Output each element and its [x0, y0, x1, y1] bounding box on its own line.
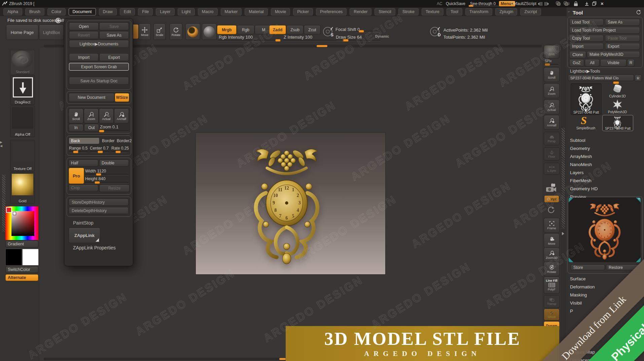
strip-polyframe-button[interactable]: Line Fill PolyF — [544, 276, 560, 294]
doc-import-button[interactable]: Import — [69, 53, 99, 61]
canvas-bottom-scrollbar-handle[interactable] — [279, 358, 286, 360]
tool-section-deformation[interactable]: Deformation — [570, 284, 595, 289]
strip-move-button[interactable]: Move — [544, 233, 560, 248]
doc-aahalf-button[interactable]: AAHalf — [114, 109, 129, 123]
strip-aahalf-button[interactable]: AAHalf — [544, 115, 560, 130]
menu-file[interactable]: File — [138, 8, 153, 15]
preview-store-button[interactable]: Store — [571, 265, 605, 270]
doc-resize-button[interactable]: Resize — [99, 185, 130, 192]
doc-store-depth-button[interactable]: StoreDepthHistory — [69, 199, 129, 206]
bpr-render-button[interactable]: BPR — [544, 45, 560, 58]
goz-r-button[interactable]: R — [627, 59, 635, 67]
menu-zscript[interactable]: Zscript — [520, 8, 541, 15]
strip-zoom3d-button[interactable]: Zoom3D — [544, 247, 560, 262]
doc-scroll-button[interactable]: Scroll — [69, 109, 83, 123]
brush-standard-button[interactable]: Standard — [10, 50, 35, 75]
tool-thumb-pattern[interactable]: SP237-0048 Patt — [602, 115, 633, 131]
tool-thumb-polymesh[interactable]: PolyMesh3D — [602, 99, 633, 114]
lock-icon[interactable] — [574, 1, 578, 6]
goz-all-button[interactable]: All — [585, 59, 600, 67]
goz-visible-button[interactable]: Visible — [600, 59, 627, 67]
see-through-slider-label[interactable]: See-through 0 — [470, 1, 496, 6]
mrgb-button[interactable]: Mrgb — [217, 25, 237, 34]
switchcolor-button[interactable]: SwitchColor — [5, 266, 38, 273]
doc-width-slider[interactable]: Width 1120 — [85, 169, 106, 173]
zsub-button[interactable]: Zsub — [286, 25, 303, 34]
rgb-button[interactable]: Rgb — [237, 25, 254, 34]
color-picker-hue-cursor[interactable] — [6, 207, 12, 213]
doc-new-document-button[interactable]: New Document — [69, 93, 114, 102]
doc-center-handle[interactable] — [98, 151, 103, 153]
menu-texture[interactable]: Texture — [422, 8, 443, 15]
doc-actual-button[interactable]: x1 Actual — [99, 109, 114, 123]
zbrush-document[interactable] — [196, 133, 385, 274]
z-intensity-slider-label[interactable]: Z Intensity 100 — [284, 35, 312, 40]
default-zscript-button[interactable]: DefaultZScript — [511, 1, 536, 6]
home-page-button[interactable]: Home Page — [6, 25, 38, 40]
copy-tool-button[interactable]: Copy Tool — [569, 35, 604, 42]
tool-section-visibil[interactable]: Visibil — [570, 300, 582, 306]
left-divider-grip[interactable] — [2, 175, 5, 232]
menu-stencil[interactable]: Stencil — [374, 8, 395, 15]
tool-thumb-current[interactable]: SP237-0048 Patt — [571, 83, 602, 115]
canvas-top-scrollbar-handle[interactable] — [317, 45, 327, 47]
doc-double-button[interactable]: Double — [99, 160, 129, 166]
zcut-button[interactable]: Zcut — [304, 25, 321, 34]
menu-picker[interactable]: Picker — [293, 8, 313, 15]
clock-model-3d[interactable] — [246, 139, 328, 268]
stroke-preview-button[interactable] — [185, 24, 200, 40]
rgb-intensity-slider-label[interactable]: Rgb Intensity 100 — [219, 35, 253, 40]
menu-marker[interactable]: Marker — [221, 8, 242, 15]
material-gold-button[interactable]: Gold — [10, 172, 35, 204]
dynamic-d-widget[interactable]: D — [429, 26, 442, 39]
doc-wsize-button[interactable]: WSize — [115, 93, 129, 102]
gyro-move-button[interactable]: Move — [139, 24, 151, 40]
canvas-bottom-scrollbar[interactable] — [44, 358, 286, 360]
menu-alpha[interactable]: Alpha — [3, 8, 22, 15]
tool-section-subtool[interactable]: Subtool — [570, 138, 585, 143]
preview-plus-icon[interactable]: + — [638, 198, 640, 201]
doc-zapplink-button[interactable]: ZAppLink — [69, 228, 100, 243]
gyro-rotate-button[interactable]: Rotate — [170, 24, 182, 40]
strip-actual-button[interactable]: x1 Actual — [544, 99, 560, 114]
menu-draw[interactable]: Draw — [99, 8, 117, 15]
tool-save-as-button[interactable]: Save As — [605, 19, 640, 26]
see-through-handle[interactable] — [469, 5, 473, 7]
tool-section-p[interactable]: P — [570, 309, 573, 314]
menu-zplugin[interactable]: Zplugin — [495, 8, 517, 15]
doc-zoom-in-button[interactable]: In — [69, 124, 83, 131]
current-tool-r-button[interactable]: R — [635, 75, 642, 82]
doc-delete-depth-button[interactable]: DeleteDepthHistory — [69, 207, 129, 214]
tool-section-geometry[interactable]: Geometry — [570, 146, 590, 151]
doc-zoom-button[interactable]: Zoom — [84, 109, 99, 123]
menu-light[interactable]: Light — [178, 8, 195, 15]
panel-collapse-arrows[interactable]: ▶◀ — [0, 141, 4, 164]
secondary-color-swatch[interactable] — [22, 249, 39, 266]
palette-divider-grip[interactable] — [562, 128, 565, 229]
make-polymesh3d-button[interactable]: Make PolyMesh3D — [587, 51, 640, 58]
doc-width-track[interactable] — [85, 174, 129, 175]
texture-off-button[interactable]: Texture Off — [10, 140, 35, 171]
doc-width-handle[interactable] — [96, 173, 101, 176]
strip-floor-button[interactable]: Floor — [544, 147, 560, 161]
doc-zapplink-properties-button[interactable]: ZAppLink Properties — [73, 245, 116, 250]
doc-range-track[interactable] — [69, 152, 88, 152]
doc-zoom-slider-handle[interactable] — [99, 130, 104, 132]
doc-center-slider[interactable]: Center 0.7 — [90, 146, 109, 151]
doc-rate-handle[interactable] — [115, 151, 121, 153]
doc-zoom-slider-label[interactable]: Zoom 0.1 — [100, 124, 118, 129]
spix-slider-label[interactable]: SPix — [545, 59, 552, 63]
spix-handle[interactable] — [545, 63, 550, 66]
doc-border-button[interactable]: Border — [102, 138, 115, 143]
window-stack-icons[interactable] — [555, 1, 569, 6]
menu-preferences[interactable]: Preferences — [316, 8, 347, 15]
menu-color[interactable]: Color — [47, 8, 66, 15]
draw-size-handle[interactable] — [343, 39, 349, 42]
tool-section-arraymesh[interactable]: ArrayMesh — [570, 154, 592, 159]
menu-material[interactable]: Material — [245, 8, 267, 15]
doc-back-button[interactable]: Back — [69, 137, 100, 144]
menu-macro[interactable]: Macro — [198, 8, 218, 15]
menu-document[interactable]: Document — [69, 8, 96, 15]
palette-reset-icon[interactable] — [636, 9, 641, 15]
strip-rotate-button[interactable]: Rotate — [544, 262, 560, 276]
